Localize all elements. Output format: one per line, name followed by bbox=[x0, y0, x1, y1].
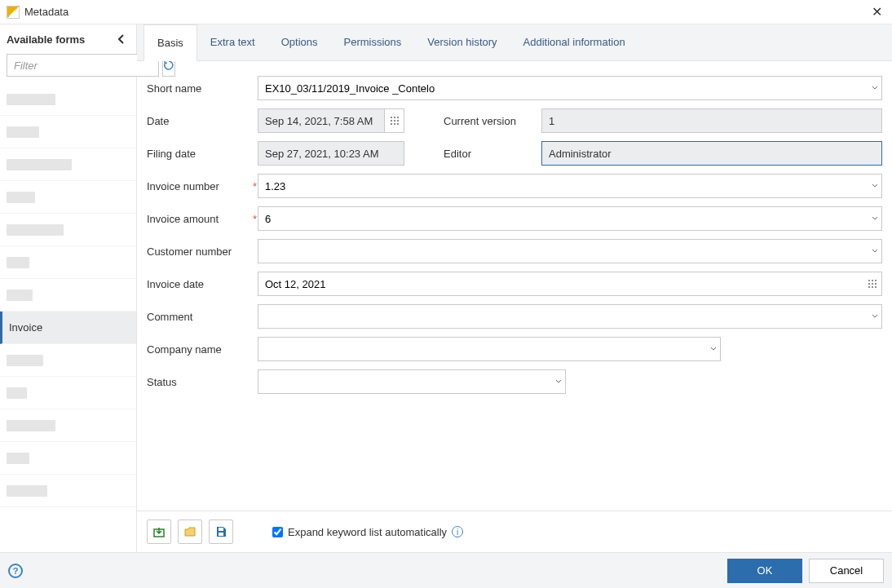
sidebar-item-placeholder[interactable] bbox=[0, 83, 136, 116]
invoice-number-field[interactable] bbox=[258, 174, 868, 198]
placeholder-bar bbox=[7, 224, 64, 236]
svg-rect-20 bbox=[219, 533, 223, 536]
dialog-footer: ? OK Cancel bbox=[0, 552, 892, 588]
editor-field[interactable] bbox=[541, 141, 882, 166]
label-date: Date bbox=[147, 115, 253, 127]
sidebar-title: Available forms bbox=[7, 33, 85, 46]
svg-point-7 bbox=[394, 123, 395, 125]
close-icon[interactable]: ✕ bbox=[868, 4, 885, 20]
sidebar-item-placeholder[interactable] bbox=[0, 148, 136, 181]
label-editor: Editor bbox=[444, 148, 541, 160]
label-current-version: Current version bbox=[444, 115, 541, 127]
invoice-date-field[interactable] bbox=[258, 272, 863, 296]
invoice-date-picker-icon[interactable] bbox=[863, 272, 882, 296]
sidebar-item-placeholder[interactable] bbox=[0, 116, 136, 148]
short-name-field[interactable] bbox=[258, 76, 868, 100]
sidebar-item-placeholder[interactable] bbox=[0, 246, 136, 279]
cancel-button[interactable]: Cancel bbox=[809, 559, 884, 583]
current-version-field bbox=[541, 108, 882, 133]
sidebar-item-placeholder[interactable] bbox=[0, 409, 136, 442]
invoice-amount-dropdown-icon[interactable] bbox=[868, 206, 882, 231]
svg-point-6 bbox=[391, 123, 392, 125]
svg-point-1 bbox=[394, 117, 395, 118]
placeholder-bar bbox=[7, 485, 47, 497]
svg-point-2 bbox=[397, 117, 399, 118]
svg-point-0 bbox=[391, 117, 392, 118]
save-icon[interactable] bbox=[209, 519, 233, 544]
placeholder-bar bbox=[7, 290, 33, 301]
svg-point-12 bbox=[868, 283, 870, 285]
filter-input[interactable] bbox=[7, 54, 159, 77]
load-icon[interactable] bbox=[147, 519, 171, 544]
sidebar-item-placeholder[interactable] bbox=[0, 377, 136, 409]
expand-keyword-label[interactable]: Expand keyword list automatically bbox=[288, 526, 447, 538]
sidebar-item-placeholder[interactable] bbox=[0, 475, 136, 507]
tab-version-history[interactable]: Version history bbox=[414, 24, 510, 60]
expand-keyword-checkbox[interactable] bbox=[272, 527, 283, 537]
svg-point-11 bbox=[875, 280, 877, 281]
placeholder-bar bbox=[7, 387, 27, 399]
date-field[interactable] bbox=[258, 108, 385, 133]
window-title: Metadata bbox=[24, 6, 868, 18]
help-icon[interactable]: ? bbox=[8, 564, 23, 578]
placeholder-bar bbox=[7, 257, 29, 268]
info-icon[interactable]: i bbox=[452, 526, 463, 537]
placeholder-bar bbox=[7, 420, 55, 431]
filing-date-field bbox=[258, 141, 404, 166]
placeholder-bar bbox=[7, 355, 43, 366]
tab-basis[interactable]: Basis bbox=[144, 24, 197, 61]
customer-number-dropdown-icon[interactable] bbox=[868, 239, 882, 263]
sidebar-item-placeholder[interactable] bbox=[0, 344, 136, 377]
sidebar-item-invoice[interactable]: Invoice bbox=[0, 312, 136, 344]
folder-icon[interactable] bbox=[178, 519, 202, 544]
tab-additional-information[interactable]: Additional information bbox=[510, 24, 638, 60]
sidebar-item-placeholder[interactable] bbox=[0, 442, 136, 475]
placeholder-bar bbox=[7, 94, 55, 105]
label-customer-number: Customer number bbox=[147, 245, 253, 258]
tab-options[interactable]: Options bbox=[268, 24, 331, 60]
app-icon bbox=[7, 6, 20, 19]
label-company-name: Company name bbox=[147, 343, 253, 356]
label-invoice-number: Invoice number bbox=[147, 180, 253, 192]
invoice-number-dropdown-icon[interactable] bbox=[868, 174, 882, 198]
svg-point-5 bbox=[397, 120, 399, 122]
placeholder-bar bbox=[7, 126, 39, 138]
titlebar: Metadata ✕ bbox=[0, 0, 892, 24]
svg-point-16 bbox=[872, 286, 873, 288]
tab-permissions[interactable]: Permissions bbox=[331, 24, 415, 60]
status-field[interactable] bbox=[258, 369, 552, 394]
svg-point-4 bbox=[394, 120, 395, 122]
company-name-dropdown-icon[interactable] bbox=[707, 337, 721, 361]
ok-button[interactable]: OK bbox=[727, 559, 802, 583]
comment-field[interactable] bbox=[258, 304, 868, 329]
status-dropdown-icon[interactable] bbox=[552, 369, 566, 394]
collapse-sidebar-icon[interactable] bbox=[113, 33, 130, 46]
tabs: BasisExtra textOptionsPermissionsVersion… bbox=[137, 24, 892, 61]
label-invoice-amount: Invoice amount bbox=[147, 213, 253, 225]
company-name-field[interactable] bbox=[258, 337, 707, 361]
comment-dropdown-icon[interactable] bbox=[868, 304, 882, 329]
form-area: Short name Date bbox=[137, 61, 892, 511]
label-comment: Comment bbox=[147, 311, 253, 323]
invoice-amount-field[interactable] bbox=[258, 206, 868, 231]
sidebar-item-placeholder[interactable] bbox=[0, 181, 136, 214]
label-invoice-date: Invoice date bbox=[147, 278, 253, 290]
svg-point-3 bbox=[391, 120, 392, 122]
svg-point-14 bbox=[875, 283, 877, 285]
sidebar-item-placeholder[interactable] bbox=[0, 214, 136, 246]
svg-point-17 bbox=[875, 286, 877, 288]
content-footer: Expand keyword list automatically i bbox=[137, 511, 892, 552]
short-name-dropdown-icon[interactable] bbox=[868, 76, 882, 100]
sidebar: Available forms Invoice bbox=[0, 24, 137, 552]
svg-point-13 bbox=[872, 283, 873, 285]
sidebar-item-placeholder[interactable] bbox=[0, 279, 136, 312]
label-status: Status bbox=[147, 376, 253, 388]
svg-point-9 bbox=[868, 280, 870, 281]
svg-point-10 bbox=[872, 280, 873, 281]
date-picker-icon[interactable] bbox=[385, 108, 404, 133]
tab-extra-text[interactable]: Extra text bbox=[197, 24, 268, 60]
label-filing-date: Filing date bbox=[147, 148, 253, 160]
placeholder-bar bbox=[7, 192, 35, 203]
customer-number-field[interactable] bbox=[258, 239, 868, 263]
sidebar-item-label: Invoice bbox=[9, 321, 42, 334]
